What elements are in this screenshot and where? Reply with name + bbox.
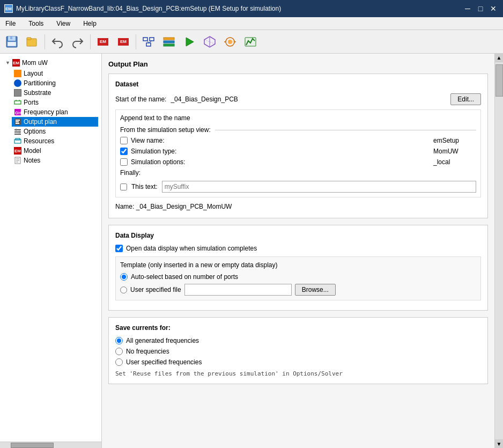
sidebar-item-frequency[interactable]: GHz Frequency plan (12, 107, 98, 117)
scroll-up-button[interactable]: ▲ (495, 54, 503, 62)
this-text-label[interactable]: This text: (131, 183, 158, 190)
all-freq-radio[interactable] (115, 337, 123, 344)
sidebar-label-substrate: Substrate (24, 89, 51, 97)
simulate-toolbar-button[interactable] (241, 32, 260, 52)
sidebar-item-layout[interactable]: Layout (12, 69, 98, 78)
options-icon (14, 128, 21, 135)
em-setup-button-1[interactable]: EM (93, 32, 113, 52)
sim-options-label[interactable]: Simulation options: (131, 158, 185, 166)
data-display-panel: Data Display Open data display when simu… (108, 225, 488, 311)
svg-point-19 (228, 40, 232, 44)
sidebar-item-model[interactable]: EM Model (12, 146, 98, 156)
sim-type-value: MomUW (433, 148, 476, 155)
sidebar-item-root[interactable]: ▼ EM Mom uW (3, 58, 98, 68)
run-icon (183, 35, 196, 48)
view-name-value: emSetup (433, 137, 476, 144)
start-name-value: _04_Bias_Design_PCB (171, 96, 238, 103)
from-sim-divider (215, 130, 476, 130)
auto-select-radio[interactable] (120, 273, 128, 281)
redo-button[interactable] (68, 32, 87, 52)
no-freq-label[interactable]: No frequencies (126, 348, 169, 355)
sidebar: ▼ EM Mom uW Layout Partitioning (0, 54, 102, 442)
em-setup-button-2[interactable]: EM (114, 32, 133, 52)
close-button[interactable]: ✕ (488, 3, 499, 14)
name-display: Name: _04_Bias_Design_PCB_MomUW (115, 203, 481, 210)
user-file-input[interactable]: S_Nport_P.ddt (184, 284, 292, 296)
window-title: MyLibraryClassF_NarrowBand_lib:04_Bias_D… (16, 5, 281, 12)
sidebar-scrollbar-thumb[interactable] (11, 443, 54, 448)
sidebar-label-options: Options (24, 128, 46, 135)
this-text-input[interactable] (162, 181, 476, 193)
view-name-label[interactable]: View name: (131, 137, 164, 144)
open-data-label[interactable]: Open data display when simulation comple… (126, 245, 257, 252)
sidebar-scrollbar[interactable] (0, 442, 101, 448)
svg-rect-29 (16, 120, 20, 121)
user-freq-label[interactable]: User specified frequencies (126, 358, 202, 366)
undo-icon (51, 35, 64, 48)
partitioning-icon (14, 79, 21, 87)
svg-rect-35 (16, 129, 17, 131)
minimize-button[interactable]: ─ (462, 3, 473, 14)
menu-file[interactable]: File (2, 19, 19, 28)
3d-icon (203, 35, 216, 48)
open-button[interactable] (23, 32, 42, 52)
svg-marker-14 (186, 38, 194, 46)
port-button[interactable] (220, 32, 240, 52)
user-freq-radio[interactable] (115, 358, 123, 366)
maximize-button[interactable]: □ (475, 3, 486, 14)
edit-button[interactable]: Edit... (450, 93, 481, 105)
browse-button[interactable]: Browse... (295, 284, 336, 296)
menu-view[interactable]: View (53, 19, 73, 28)
sidebar-item-output[interactable]: Output plan (12, 117, 98, 127)
layers-button[interactable] (159, 32, 179, 52)
save-button[interactable] (2, 32, 21, 52)
all-freq-row: All generated frequencies (115, 337, 481, 344)
menu-tools[interactable]: Tools (25, 19, 47, 28)
sim-options-row: Simulation options: _local (120, 158, 476, 166)
scroll-down-button[interactable]: ▼ (495, 439, 503, 448)
toolbar-separator-3 (136, 34, 136, 49)
sidebar-item-options[interactable]: Options (12, 127, 98, 136)
title-bar-left: EM MyLibraryClassF_NarrowBand_lib:04_Bia… (4, 4, 281, 13)
frequency-icon: GHz (14, 108, 21, 116)
view-name-checkbox[interactable] (120, 137, 128, 144)
svg-rect-2 (10, 36, 12, 39)
sidebar-item-partitioning[interactable]: Partitioning (12, 78, 98, 88)
append-section: Append text to the name From the simulat… (115, 109, 481, 197)
sim-type-checkbox[interactable] (120, 148, 128, 155)
app-icon: EM (4, 4, 13, 13)
this-text-checkbox[interactable] (120, 183, 127, 190)
all-freq-label[interactable]: All generated frequencies (126, 337, 199, 344)
svg-rect-34 (14, 134, 21, 135)
3d-button[interactable] (200, 32, 219, 52)
auto-select-row: Auto-select based on number of ports (120, 273, 476, 281)
right-scrollbar[interactable]: ▲ ▼ (494, 54, 503, 448)
content-area: Output Plan Dataset Start of the name: _… (102, 54, 494, 448)
title-bar: EM MyLibraryClassF_NarrowBand_lib:04_Bia… (0, 0, 503, 17)
em-icon-2: EM (118, 38, 129, 46)
open-data-checkbox[interactable] (115, 245, 123, 252)
user-file-label[interactable]: User specified file (130, 286, 181, 293)
no-freq-row: No frequencies (115, 348, 481, 355)
sim-type-label[interactable]: Simulation type: (131, 148, 176, 155)
view-name-row: View name: emSetup (120, 137, 476, 144)
svg-rect-3 (8, 42, 16, 46)
run-button[interactable] (180, 32, 199, 52)
undo-button[interactable] (48, 32, 67, 52)
sidebar-item-substrate[interactable]: Substrate (12, 88, 98, 98)
template-label: Template (only inserted in a new or empt… (120, 261, 476, 269)
auto-select-label[interactable]: Auto-select based on number of ports (131, 273, 238, 281)
user-file-radio[interactable] (120, 287, 127, 293)
menu-help[interactable]: Help (80, 19, 100, 28)
scroll-thumb[interactable] (495, 64, 503, 97)
sidebar-item-ports[interactable]: Ports (12, 98, 98, 107)
start-name-label: Start of the name: (115, 96, 166, 103)
sidebar-item-resources[interactable]: Resources (12, 136, 98, 146)
svg-rect-32 (14, 129, 21, 130)
sidebar-container: ▼ EM Mom uW Layout Partitioning (0, 54, 102, 448)
no-freq-radio[interactable] (115, 348, 123, 355)
sidebar-item-notes[interactable]: Notes (12, 156, 98, 165)
schematic-button[interactable] (139, 32, 158, 52)
sim-options-checkbox[interactable] (120, 158, 128, 166)
simulate-icon (244, 35, 257, 48)
